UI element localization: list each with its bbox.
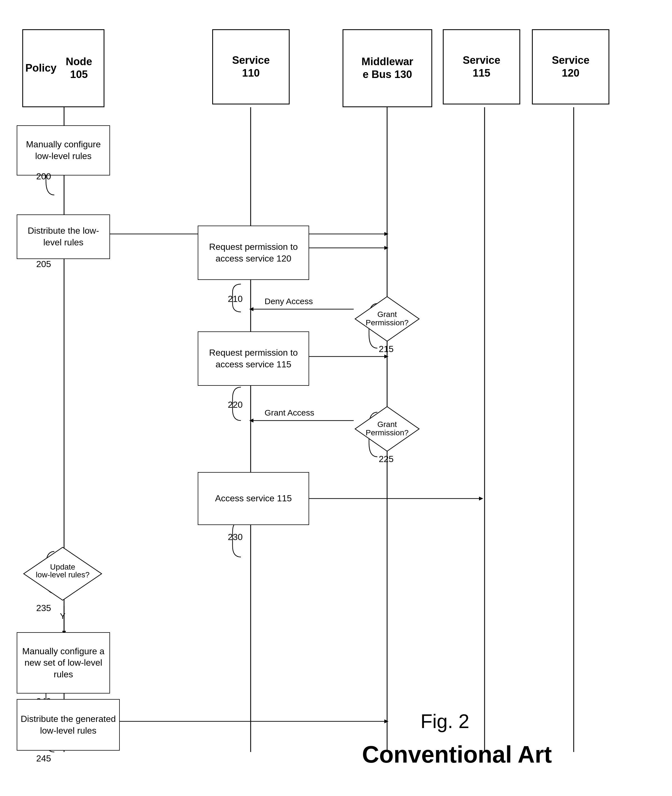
- step-230: 230: [228, 532, 243, 542]
- diamond-235: Update low-level rules?: [22, 546, 103, 602]
- y-label: Y: [60, 611, 66, 621]
- svg-marker-8: [384, 246, 389, 250]
- svg-marker-10: [249, 307, 253, 311]
- step-220: 220: [228, 400, 243, 410]
- header-service-110: Service 110: [212, 29, 290, 104]
- step-215: 215: [379, 344, 394, 354]
- svg-text:Grant: Grant: [378, 420, 397, 429]
- svg-text:Permission?: Permission?: [366, 318, 408, 327]
- step-245: 245: [36, 753, 51, 764]
- figure-subtitle: Conventional Art: [362, 741, 552, 768]
- step-200: 200: [36, 171, 51, 182]
- grant-access-label: Grant Access: [264, 408, 314, 418]
- figure-label: Fig. 2: [421, 710, 469, 732]
- header-policy-node: Policy Node 105: [22, 29, 104, 107]
- svg-marker-14: [249, 419, 253, 423]
- box-distribute-generated: Distribute the generated low-level rules: [17, 699, 120, 751]
- step-225: 225: [379, 454, 394, 464]
- diagram: Policy Node 105 Service 110 Middlewar e …: [0, 0, 672, 796]
- step-205: 205: [36, 259, 51, 269]
- box-access-115: Access service 115: [198, 472, 309, 525]
- deny-access-label: Deny Access: [264, 296, 313, 306]
- svg-marker-12: [384, 354, 389, 359]
- svg-marker-16: [479, 496, 483, 500]
- svg-text:low-level rules?: low-level rules?: [36, 570, 90, 579]
- diamond-215: Grant Permission?: [354, 295, 421, 343]
- step-235: 235: [36, 603, 51, 613]
- box-manually-configure-new: Manually configure a new set of low-leve…: [17, 632, 110, 693]
- step-210: 210: [228, 294, 243, 304]
- box-manually-configure: Manually configure low-level rules: [17, 125, 110, 175]
- diamond-225: Grant Permission?: [354, 405, 421, 453]
- header-service-115: Service 115: [443, 29, 520, 104]
- header-middleware: Middlewar e Bus 130: [342, 29, 432, 107]
- svg-text:Update: Update: [50, 562, 75, 571]
- header-service-120: Service 120: [532, 29, 610, 104]
- box-distribute-rules: Distribute the low-level rules: [17, 215, 110, 259]
- svg-text:Grant: Grant: [378, 310, 397, 319]
- box-request-120: Request permission to access service 120: [198, 226, 309, 280]
- svg-text:Permission?: Permission?: [366, 428, 408, 437]
- svg-marker-21: [384, 719, 389, 723]
- svg-marker-6: [384, 232, 389, 236]
- box-request-115: Request permission to access service 115: [198, 332, 309, 386]
